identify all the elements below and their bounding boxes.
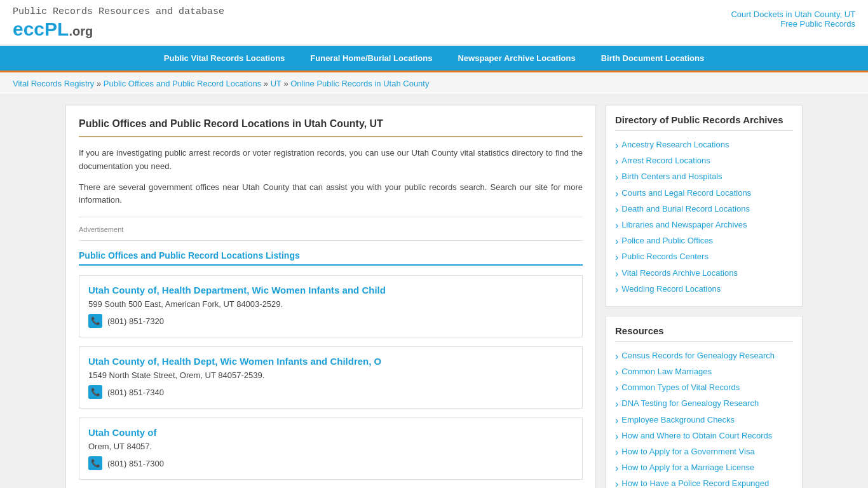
breadcrumb-vital-records-registry[interactable]: Vital Records Registry [13,79,94,88]
phone-icon: 📞 [88,385,102,399]
list-item: Arrest Record Locations [615,153,793,169]
list-item: Public Records Centers [615,249,793,265]
breadcrumb-public-offices[interactable]: Public Offices and Public Record Locatio… [104,79,261,88]
listing-address: 599 South 500 East, American Fork, UT 84… [88,299,573,309]
sidebar: Directory of Public Records Archives Anc… [606,105,803,488]
listings-header: Public Offices and Public Record Locatio… [79,250,583,266]
sidebar-directory-section: Directory of Public Records Archives Anc… [606,105,803,307]
list-item: How to Have a Police Record Expunged [615,476,793,488]
listing-phone: 📞 (801) 851-7320 [88,314,573,328]
site-logo[interactable]: eccPL.org [13,20,224,44]
list-item: Common Types of Vital Records [615,380,793,396]
list-item: How to Apply for a Marriage License [615,460,793,476]
phone-number: (801) 851-7340 [107,388,164,397]
list-item: Vital Records Archive Locations [615,266,793,281]
site-header: Public Records Resources and database ec… [0,0,868,46]
list-item: Police and Public Offices [615,233,793,249]
ad-label: Advertisement [79,226,123,233]
listing-name[interactable]: Utah County of, Health Dept, Wic Women I… [88,356,573,367]
sidebar-resources-links: Census Records for Genealogy Research Co… [615,348,793,488]
nav-newspaper-archive[interactable]: Newspaper Archive Locations [445,46,588,71]
nav-birth-document[interactable]: Birth Document Locations [588,46,717,71]
list-item: Death and Burial Record Locations [615,201,793,217]
list-item: Birth Centers and Hospitals [615,169,793,185]
list-item: Census Records for Genealogy Research [615,348,793,364]
sidebar-link-marriage-license[interactable]: How to Apply for a Marriage License [621,462,754,473]
header-top-links: Court Dockets in Utah County, UT Free Pu… [731,6,855,29]
listing-card: Utah County of, Health Department, Wic W… [79,275,583,337]
sidebar-link-death[interactable]: Death and Burial Record Locations [621,203,750,215]
phone-number: (801) 851-7320 [107,316,164,326]
nav-vital-records[interactable]: Public Vital Records Locations [151,46,297,71]
breadcrumb-online-public-records[interactable]: Online Public Records in Utah County [290,79,429,88]
list-item: Courts and Legal Record Locations [615,186,793,201]
site-tagline: Public Records Resources and database [13,6,224,17]
listing-card: Utah County of Orem, UT 84057. 📞 (801) 8… [79,417,583,480]
breadcrumb-ut[interactable]: UT [271,79,281,88]
listing-phone: 📞 (801) 851-7340 [88,385,573,399]
sidebar-link-census[interactable]: Census Records for Genealogy Research [621,350,775,362]
list-item: Employee Background Checks [615,412,793,428]
sidebar-resources-section: Resources Census Records for Genealogy R… [606,316,803,488]
sidebar-directory-links: Ancestry Research Locations Arrest Recor… [615,137,793,297]
sidebar-link-common-types[interactable]: Common Types of Vital Records [621,382,740,393]
sidebar-link-ancestry[interactable]: Ancestry Research Locations [621,139,729,151]
sidebar-link-wedding[interactable]: Wedding Record Locations [621,283,721,295]
logo-pl: PL [44,18,69,39]
sidebar-link-public-records-centers[interactable]: Public Records Centers [621,251,709,262]
logo-ecc: ecc [13,18,44,39]
sidebar-link-police[interactable]: Police and Public Offices [621,235,713,247]
sidebar-resources-title: Resources [615,325,793,342]
sidebar-link-court-records[interactable]: How and Where to Obtain Court Records [621,430,772,442]
court-dockets-link[interactable]: Court Dockets in Utah County, UT [731,10,855,19]
sidebar-directory-title: Directory of Public Records Archives [615,114,793,131]
listing-phone: 📞 (801) 851-7300 [88,456,573,470]
nav-funeral-home[interactable]: Funeral Home/Burial Locations [297,46,445,71]
main-navigation: Public Vital Records Locations Funeral H… [0,46,868,72]
list-item: How and Where to Obtain Court Records [615,428,793,444]
listing-name[interactable]: Utah County of, Health Department, Wic W… [88,285,573,295]
content-wrapper: Public Offices and Public Record Locatio… [59,105,809,488]
sidebar-link-courts[interactable]: Courts and Legal Record Locations [621,187,751,199]
sidebar-link-birth-centers[interactable]: Birth Centers and Hospitals [621,171,722,182]
sidebar-link-employee-bg[interactable]: Employee Background Checks [621,414,735,426]
advertisement-section: Advertisement [79,217,583,241]
list-item: Common Law Marriages [615,364,793,380]
sidebar-link-arrest[interactable]: Arrest Record Locations [621,155,710,166]
main-content: Public Offices and Public Record Locatio… [65,105,596,488]
list-item: DNA Testing for Genealogy Research [615,396,793,412]
list-item: Ancestry Research Locations [615,137,793,153]
listing-address: 1549 North State Street, Orem, UT 84057-… [88,370,573,380]
list-item: Libraries and Newspaper Archives [615,217,793,233]
sidebar-link-vital-records-archive[interactable]: Vital Records Archive Locations [621,268,738,279]
listing-name[interactable]: Utah County of [88,427,573,438]
sidebar-link-libraries[interactable]: Libraries and Newspaper Archives [621,219,747,231]
intro-paragraph-2: There are several government offices nea… [79,181,583,208]
phone-icon: 📞 [88,456,102,470]
phone-number: (801) 851-7300 [107,459,164,468]
free-public-records-link[interactable]: Free Public Records [731,19,855,29]
sidebar-link-dna[interactable]: DNA Testing for Genealogy Research [621,398,759,409]
phone-icon: 📞 [88,314,102,328]
listing-card: Utah County of, Health Dept, Wic Women I… [79,346,583,409]
logo-area: Public Records Resources and database ec… [13,6,224,44]
list-item: Wedding Record Locations [615,281,793,297]
sidebar-link-common-law[interactable]: Common Law Marriages [621,366,712,377]
intro-paragraph-1: If you are investigating public arrest r… [79,147,583,173]
sidebar-link-govt-visa[interactable]: How to Apply for a Government Visa [621,446,754,458]
sidebar-link-police-expunge[interactable]: How to Have a Police Record Expunged [621,478,769,488]
list-item: How to Apply for a Government Visa [615,444,793,460]
listing-address: Orem, UT 84057. [88,442,573,451]
page-title: Public Offices and Public Record Locatio… [79,118,583,137]
logo-org: .org [69,24,93,38]
breadcrumb: Vital Records Registry » Public Offices … [0,72,868,95]
